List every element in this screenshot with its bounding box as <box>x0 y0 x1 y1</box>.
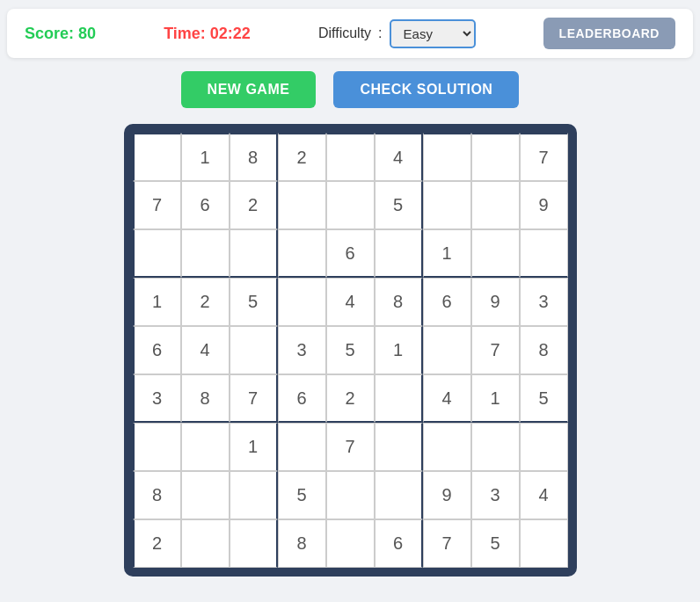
sudoku-cell[interactable]: 1 <box>471 374 520 423</box>
sudoku-cell[interactable] <box>133 229 181 278</box>
sudoku-cell[interactable]: 5 <box>230 278 278 326</box>
sudoku-cell[interactable] <box>326 519 375 568</box>
sudoku-cell[interactable]: 2 <box>326 374 375 423</box>
sudoku-cell[interactable]: 6 <box>133 326 181 374</box>
time-value: 02:22 <box>210 25 251 42</box>
sudoku-cell[interactable]: 1 <box>181 133 230 181</box>
sudoku-cell[interactable]: 5 <box>471 519 520 568</box>
score-label: Score: <box>25 25 74 42</box>
difficulty-box: Difficulty : Easy Medium Hard <box>318 19 476 48</box>
sudoku-cell[interactable] <box>133 133 181 181</box>
sudoku-cell[interactable] <box>278 278 326 326</box>
action-buttons: NEW GAME CHECK SOLUTION <box>181 71 520 108</box>
sudoku-cell[interactable] <box>471 133 520 181</box>
sudoku-cell[interactable]: 2 <box>230 181 278 229</box>
sudoku-cell[interactable]: 4 <box>520 471 568 519</box>
sudoku-cell[interactable]: 4 <box>375 133 423 181</box>
sudoku-cell[interactable]: 8 <box>181 374 230 423</box>
sudoku-cell[interactable]: 7 <box>471 326 520 374</box>
sudoku-container: 1824776259611254869364351783876241517859… <box>124 124 577 577</box>
sudoku-cell[interactable]: 5 <box>326 326 375 374</box>
sudoku-cell[interactable]: 6 <box>181 181 230 229</box>
sudoku-cell[interactable] <box>181 229 230 278</box>
sudoku-cell[interactable] <box>375 229 423 278</box>
sudoku-cell[interactable]: 3 <box>471 471 520 519</box>
sudoku-cell[interactable]: 8 <box>133 471 181 519</box>
sudoku-cell[interactable]: 6 <box>423 278 471 326</box>
sudoku-cell[interactable]: 9 <box>423 471 471 519</box>
sudoku-cell[interactable]: 2 <box>278 133 326 181</box>
sudoku-cell[interactable] <box>375 471 423 519</box>
difficulty-separator: : <box>378 25 382 41</box>
sudoku-cell[interactable]: 2 <box>133 519 181 568</box>
sudoku-cell[interactable] <box>133 423 181 471</box>
sudoku-cell[interactable] <box>230 519 278 568</box>
sudoku-cell[interactable] <box>520 423 568 471</box>
sudoku-cell[interactable]: 1 <box>423 229 471 278</box>
sudoku-cell[interactable]: 3 <box>520 278 568 326</box>
sudoku-cell[interactable] <box>471 181 520 229</box>
sudoku-cell[interactable]: 5 <box>520 374 568 423</box>
sudoku-cell[interactable] <box>181 423 230 471</box>
sudoku-cell[interactable] <box>326 133 375 181</box>
sudoku-cell[interactable]: 4 <box>181 326 230 374</box>
sudoku-cell[interactable]: 4 <box>423 374 471 423</box>
sudoku-cell[interactable] <box>278 229 326 278</box>
score-display: Score: 80 <box>25 25 96 43</box>
sudoku-cell[interactable]: 9 <box>471 278 520 326</box>
new-game-button[interactable]: NEW GAME <box>181 71 317 108</box>
sudoku-cell[interactable] <box>520 229 568 278</box>
sudoku-cell[interactable]: 8 <box>520 326 568 374</box>
time-label: Time: <box>164 25 206 42</box>
leaderboard-button[interactable]: LEADERBOARD <box>543 18 675 49</box>
time-display: Time: 02:22 <box>164 25 251 43</box>
sudoku-cell[interactable]: 3 <box>278 326 326 374</box>
sudoku-cell[interactable]: 1 <box>375 326 423 374</box>
sudoku-cell[interactable]: 8 <box>230 133 278 181</box>
sudoku-cell[interactable]: 5 <box>278 471 326 519</box>
sudoku-cell[interactable] <box>326 181 375 229</box>
sudoku-cell[interactable]: 6 <box>278 374 326 423</box>
sudoku-cell[interactable] <box>230 326 278 374</box>
sudoku-cell[interactable]: 7 <box>520 133 568 181</box>
sudoku-cell[interactable] <box>278 423 326 471</box>
sudoku-cell[interactable]: 7 <box>423 519 471 568</box>
sudoku-cell[interactable]: 9 <box>520 181 568 229</box>
sudoku-cell[interactable] <box>375 423 423 471</box>
header-bar: Score: 80 Time: 02:22 Difficulty : Easy … <box>7 9 693 58</box>
sudoku-cell[interactable] <box>423 326 471 374</box>
difficulty-select[interactable]: Easy Medium Hard <box>390 19 476 48</box>
sudoku-cell[interactable] <box>375 374 423 423</box>
sudoku-cell[interactable] <box>471 229 520 278</box>
sudoku-cell[interactable]: 7 <box>133 181 181 229</box>
sudoku-cell[interactable]: 7 <box>326 423 375 471</box>
sudoku-cell[interactable]: 1 <box>230 423 278 471</box>
sudoku-cell[interactable] <box>278 181 326 229</box>
sudoku-cell[interactable]: 3 <box>133 374 181 423</box>
sudoku-cell[interactable] <box>181 471 230 519</box>
sudoku-cell[interactable] <box>423 423 471 471</box>
sudoku-cell[interactable]: 7 <box>230 374 278 423</box>
check-solution-button[interactable]: CHECK SOLUTION <box>333 71 519 108</box>
sudoku-cell[interactable]: 1 <box>133 278 181 326</box>
sudoku-cell[interactable] <box>326 471 375 519</box>
sudoku-cell[interactable] <box>471 423 520 471</box>
sudoku-cell[interactable] <box>520 519 568 568</box>
sudoku-cell[interactable]: 8 <box>278 519 326 568</box>
sudoku-cell[interactable]: 6 <box>326 229 375 278</box>
score-value: 80 <box>78 25 96 42</box>
sudoku-cell[interactable] <box>230 229 278 278</box>
sudoku-cell[interactable]: 5 <box>375 181 423 229</box>
sudoku-cell[interactable] <box>181 519 230 568</box>
sudoku-cell[interactable]: 8 <box>375 278 423 326</box>
sudoku-cell[interactable] <box>423 133 471 181</box>
sudoku-cell[interactable] <box>230 471 278 519</box>
sudoku-cell[interactable]: 4 <box>326 278 375 326</box>
sudoku-cell[interactable] <box>423 181 471 229</box>
sudoku-grid: 1824776259611254869364351783876241517859… <box>131 131 570 569</box>
sudoku-cell[interactable]: 6 <box>375 519 423 568</box>
difficulty-label: Difficulty <box>318 25 371 41</box>
sudoku-cell[interactable]: 2 <box>181 278 230 326</box>
